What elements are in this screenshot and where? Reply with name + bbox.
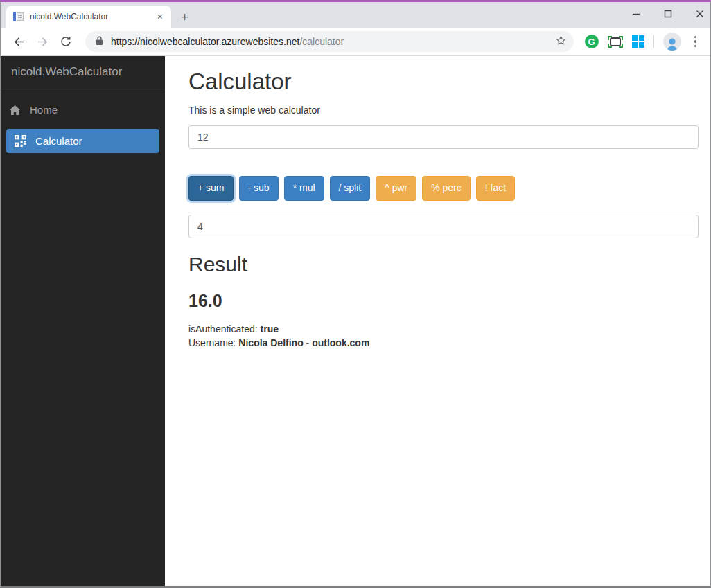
result-title: Result [188, 253, 699, 276]
calc-button-mul[interactable]: * mul [284, 176, 324, 201]
back-icon[interactable] [9, 32, 28, 51]
grammarly-icon[interactable]: G [585, 35, 599, 48]
operand1-input[interactable] [188, 125, 699, 149]
tab-strip: nicold.WebCalculator × + [1, 2, 710, 28]
screenshot-extension-icon[interactable] [608, 36, 623, 48]
operation-buttons: + sum- sub* mul/ split^ pwr% perc! fact [188, 176, 699, 201]
browser-menu-icon[interactable] [690, 33, 701, 51]
page-content: nicold.WebCalculator Home [1, 56, 710, 586]
calc-button-sum[interactable]: + sum [188, 176, 234, 201]
new-tab-button[interactable]: + [181, 10, 188, 24]
lock-icon [95, 35, 104, 48]
extension-icons: G [582, 33, 704, 51]
sidebar-item-calculator[interactable]: Calculator [6, 129, 159, 153]
site-favicon-icon [13, 11, 24, 22]
windows-icon[interactable] [632, 35, 644, 48]
is-authenticated-line: isAuthenticated: true [188, 322, 699, 336]
window-controls [630, 3, 706, 24]
calculator-page: Calculator This is a simple web calculat… [165, 56, 710, 586]
sidebar-item-home[interactable]: Home [1, 98, 165, 121]
calc-button-pwr[interactable]: ^ pwr [376, 176, 416, 201]
auth-info: isAuthenticated: true Username: Nicola D… [188, 322, 699, 350]
url-path: /calculator [299, 36, 344, 47]
browser-toolbar: https://nicolwebcalculator.azurewebsites… [1, 28, 710, 56]
calc-button-split[interactable]: / split [330, 176, 371, 201]
sidebar: nicold.WebCalculator Home [1, 56, 165, 586]
forward-icon[interactable] [33, 32, 52, 51]
result-value: 16.0 [188, 291, 699, 311]
calc-button-fact[interactable]: ! fact [476, 176, 515, 201]
profile-avatar[interactable] [663, 33, 681, 51]
toolbar-divider [653, 35, 654, 48]
browser-tab[interactable]: nicold.WebCalculator × [6, 6, 171, 28]
close-window-button[interactable] [694, 8, 706, 20]
home-icon [9, 105, 21, 116]
sidebar-brand[interactable]: nicold.WebCalculator [1, 56, 165, 89]
is-authenticated-value: true [261, 323, 279, 335]
tab-title: nicold.WebCalculator [30, 12, 149, 21]
username-label: Username: [188, 337, 236, 348]
username-value: Nicola Delfino - outlook.com [238, 337, 369, 348]
calc-button-perc[interactable]: % perc [422, 176, 471, 201]
url-host: https://nicolwebcalculator.azurewebsites… [111, 36, 299, 47]
is-authenticated-label: isAuthenticated: [188, 323, 258, 335]
sidebar-item-label: Home [30, 104, 58, 116]
maximize-button[interactable] [662, 8, 674, 20]
url-text: https://nicolwebcalculator.azurewebsites… [111, 36, 548, 47]
operand2-input[interactable] [188, 215, 699, 238]
bookmark-star-icon[interactable] [555, 35, 567, 49]
page-title: Calculator [188, 69, 699, 95]
page-subtitle: This is a simple web calculator [188, 105, 699, 116]
browser-window: nicold.WebCalculator × + [0, 0, 711, 588]
qr-grid-icon [15, 135, 26, 147]
minimize-button[interactable] [630, 8, 642, 20]
sidebar-item-label: Calculator [35, 135, 82, 147]
username-line: Username: Nicola Delfino - outlook.com [188, 336, 699, 350]
calc-button-sub[interactable]: - sub [239, 176, 279, 201]
sidebar-nav: Home Calculator [1, 89, 165, 153]
refresh-icon[interactable] [56, 32, 76, 51]
address-bar[interactable]: https://nicolwebcalculator.azurewebsites… [85, 31, 574, 52]
tab-close-icon[interactable]: × [155, 11, 166, 22]
